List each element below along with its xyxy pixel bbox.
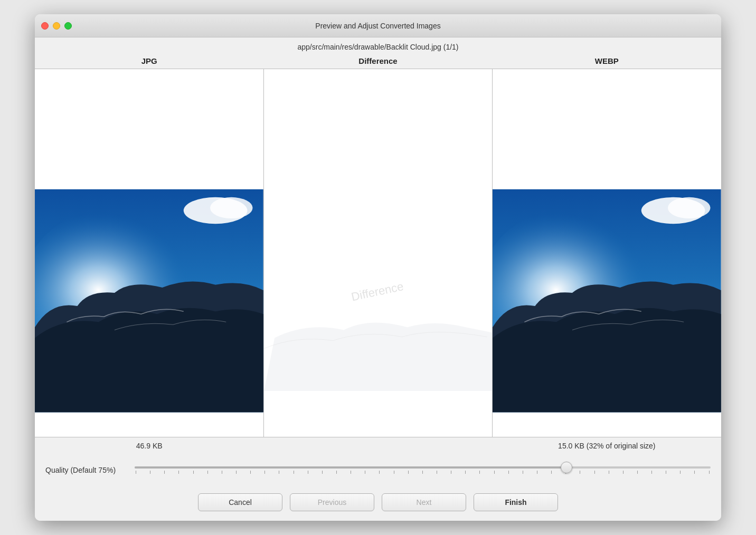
column-headers: JPG Difference WEBP bbox=[35, 54, 721, 69]
previous-button[interactable]: Previous bbox=[290, 493, 374, 511]
quality-label: Quality (Default 75%) bbox=[45, 466, 127, 474]
next-button[interactable]: Next bbox=[382, 493, 466, 511]
window-title: Preview and Adjust Converted Images bbox=[315, 22, 440, 30]
diff-column-header: Difference bbox=[263, 56, 492, 65]
quality-row: Quality (Default 75%) bbox=[35, 454, 721, 488]
main-window: Preview and Adjust Converted Images app/… bbox=[35, 14, 721, 521]
slider-track bbox=[135, 466, 711, 469]
finish-button[interactable]: Finish bbox=[474, 493, 558, 511]
image-area: Difference bbox=[35, 69, 721, 437]
webp-panel bbox=[493, 69, 721, 437]
jpg-panel bbox=[35, 69, 264, 437]
cancel-button[interactable]: Cancel bbox=[198, 493, 282, 511]
maximize-button[interactable] bbox=[64, 22, 72, 30]
diff-image: Difference bbox=[264, 69, 493, 437]
close-button[interactable] bbox=[41, 22, 49, 30]
title-bar: Preview and Adjust Converted Images bbox=[35, 14, 721, 37]
jpg-column-header: JPG bbox=[35, 56, 263, 65]
slider-fill bbox=[135, 466, 566, 469]
buttons-row: Cancel Previous Next Finish bbox=[35, 488, 721, 521]
file-subtitle: app/src/main/res/drawable/Backlit Cloud.… bbox=[35, 37, 721, 54]
jpg-image bbox=[35, 69, 263, 437]
minimize-button[interactable] bbox=[53, 22, 60, 30]
diff-panel: Difference bbox=[264, 69, 493, 437]
quality-slider-container bbox=[135, 460, 711, 481]
file-info-row: 46.9 KB 15.0 KB (32% of original size) bbox=[35, 437, 721, 454]
webp-image bbox=[493, 69, 721, 437]
jpg-size: 46.9 KB bbox=[35, 442, 263, 450]
svg-point-9 bbox=[668, 197, 710, 218]
svg-point-3 bbox=[210, 197, 252, 218]
webp-size: 15.0 KB (32% of original size) bbox=[493, 442, 721, 450]
traffic-lights bbox=[41, 22, 72, 30]
webp-column-header: WEBP bbox=[493, 56, 721, 65]
diff-size bbox=[263, 442, 492, 450]
slider-ticks bbox=[135, 471, 711, 474]
quality-slider-thumb[interactable] bbox=[561, 462, 572, 473]
